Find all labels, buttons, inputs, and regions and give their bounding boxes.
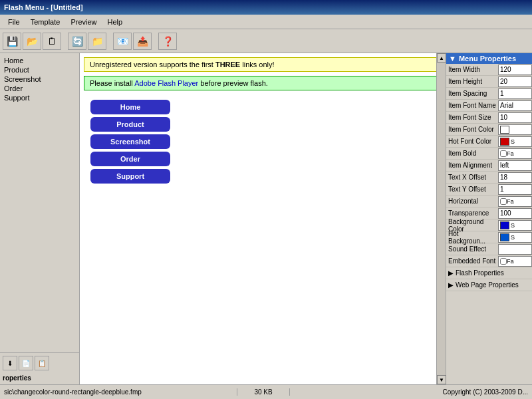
menu-bar: File Template Preview Help [0,15,532,29]
prop-hot-font-color: Hot Font Color S [446,136,532,148]
menu-preview[interactable]: Preview [65,17,102,27]
menu-template[interactable]: Template [25,17,66,27]
prop-val-hot-font-color[interactable]: S [498,136,532,147]
action-button[interactable]: 🗒 [43,33,61,50]
prop-val-font-color[interactable] [498,124,532,135]
scroll-down-arrow[interactable]: ▼ [437,375,446,384]
item-bold-text: Fa [507,150,514,157]
scroll-up-arrow[interactable]: ▲ [437,53,446,63]
prop-val-item-height[interactable]: 20 [498,76,532,87]
info-notification: Please install Adobe Flash Player before… [84,76,442,90]
prop-val-bg-color[interactable]: S [498,220,532,231]
flash-player-link[interactable]: Adobe Flash Player [134,79,198,87]
prop-val-item-bold[interactable]: Fa [498,148,532,159]
new-button[interactable]: 💾 [3,33,21,50]
preview-btn-order[interactable]: Order [90,152,170,166]
prop-val-alignment[interactable]: left [498,160,532,171]
status-bar: sic\changecolor-round-rectangle-deepblue… [0,384,532,399]
prop-val-font-name[interactable]: Arial [498,100,532,111]
collapse-icon[interactable]: ▼ [449,55,456,63]
properties-header: ▼ Menu Properties [446,53,532,64]
flash-properties-section[interactable]: ▶ Flash Properties [446,267,532,279]
web-props-label: Web Page Properties [456,281,519,289]
prop-val-text-x[interactable]: 18 [498,172,532,183]
web-page-properties-section[interactable]: ▶ Web Page Properties [446,279,532,291]
prop-val-item-spacing[interactable]: 1 [498,88,532,99]
flash-props-label: Flash Properties [456,269,504,277]
warning-suffix: links only! [240,61,274,68]
prop-label-font-name: Item Font Name [446,102,498,109]
center-panel: Unregistered version supports the first … [80,53,446,384]
warning-notification: Unregistered version supports the first … [84,57,442,72]
prop-val-transparence[interactable]: 100 [498,208,532,219]
right-panel: ▼ Menu Properties Item Width 120 Item He… [446,53,532,384]
export-button[interactable]: 📤 [133,33,152,50]
properties-title: Menu Properties [459,55,516,63]
prop-font-color: Item Font Color [446,124,532,136]
prop-label-font-color: Item Font Color [446,126,498,133]
preview-btn-product[interactable]: Product [90,117,170,132]
nav-item-order[interactable]: Order [3,84,76,93]
prop-text-x: Text X Offset 18 [446,172,532,184]
info-suffix: before preview flash. [198,79,268,87]
prop-label-horizontal: Horizontal [446,198,498,205]
nav-item-home[interactable]: Home [3,56,76,65]
hot-bg-color-text: S [509,234,515,241]
title-bar: Flash Menu - [Untitled] [0,0,532,15]
font-color-swatch[interactable] [500,126,509,134]
hot-font-color-text: S [509,138,515,145]
prop-val-horizontal[interactable]: Fa [498,196,532,207]
prop-val-hot-bg-color[interactable]: S [498,232,532,243]
item-bold-checkbox[interactable] [500,150,507,157]
prop-label-alignment: Item Alignment [446,162,498,169]
horizontal-checkbox[interactable] [500,198,507,205]
prop-label-hot-bg-color: Hot Backgroun... [446,230,498,245]
embedded-font-checkbox[interactable] [500,258,507,265]
prop-label-item-height: Item Height [446,78,498,85]
down-icon-btn[interactable]: ⬇ [3,356,17,370]
prop-val-sound-effect[interactable] [498,244,532,255]
prop-text-y: Text Y Offset 1 [446,184,532,196]
prop-val-item-width[interactable]: 120 [498,65,532,75]
prop-label-item-width: Item Width [446,66,498,73]
horizontal-text: Fa [507,198,514,205]
menu-file[interactable]: File [3,17,25,27]
refresh-button[interactable]: 🔄 [68,33,86,50]
upload-button[interactable]: 📧 [113,33,132,50]
hot-font-color-swatch[interactable] [500,138,509,146]
prop-label-item-spacing: Item Spacing [446,90,498,97]
prop-font-size: Item Font Size 10 [446,112,532,124]
status-file-size: 30 KB [237,388,290,396]
preview-btn-home[interactable]: Home [90,100,170,114]
prop-item-spacing: Item Spacing 1 [446,88,532,100]
prop-val-embedded-font[interactable]: Fa [498,256,532,267]
embedded-font-text: Fa [507,258,514,265]
prop-font-name: Item Font Name Arial [446,100,532,112]
scrollbar[interactable]: ▲ ▼ [436,53,446,384]
nav-item-screenshot[interactable]: Screenshot [3,74,76,84]
open-button[interactable]: 📂 [23,33,41,50]
prop-item-bold: Item Bold Fa [446,148,532,160]
copy-icon-btn[interactable]: 📋 [35,356,49,370]
prop-val-text-y[interactable]: 1 [498,184,532,195]
prop-label-font-size: Item Font Size [446,114,498,121]
preview-btn-screenshot[interactable]: Screenshot [90,134,170,149]
hot-bg-color-swatch[interactable] [500,233,509,241]
preview-btn-support[interactable]: Support [90,169,170,184]
prop-hot-bg-color: Hot Backgroun... S [446,231,532,243]
bg-color-swatch[interactable] [500,221,509,229]
nav-item-product[interactable]: Product [3,65,76,74]
prop-val-font-size[interactable]: 10 [498,112,532,123]
prop-label-text-y: Text Y Offset [446,186,498,193]
help-button[interactable]: ❓ [158,33,177,50]
nav-item-support[interactable]: Support [3,93,76,102]
preview-area: Home Product Screenshot Order Support [80,94,446,384]
prop-label-text-x: Text X Offset [446,174,498,181]
panel-icons: ⬇ 📄 📋 [3,356,76,370]
menu-help[interactable]: Help [102,17,128,27]
prop-label-sound-effect: Sound Effect [446,245,498,253]
scroll-track[interactable] [437,63,446,375]
folder-button[interactable]: 📁 [88,33,106,50]
title-text: Flash Menu - [Untitled] [4,3,83,11]
doc-icon-btn[interactable]: 📄 [19,356,33,370]
